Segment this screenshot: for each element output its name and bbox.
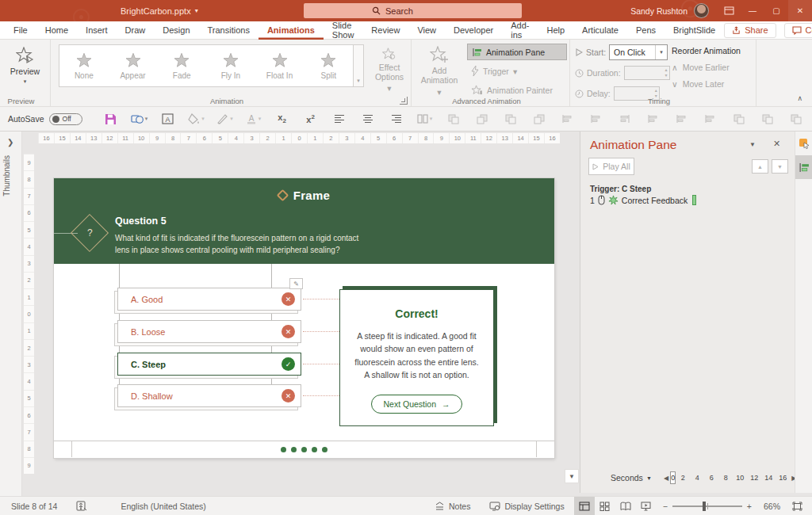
- slide-canvas[interactable]: Frame Question 5 What kind of fit is ind…: [54, 178, 554, 458]
- slide-header-shape[interactable]: Frame Question 5 What kind of fit is ind…: [54, 178, 554, 264]
- accessibility-checker-icon[interactable]: [67, 497, 97, 515]
- question-title[interactable]: Question 5: [115, 216, 167, 227]
- ribbon-display-options-icon[interactable]: [717, 0, 741, 21]
- move-earlier-button[interactable]: ∧Move Earlier: [672, 63, 741, 72]
- autosave-toggle[interactable]: AutoSave Off: [8, 113, 82, 125]
- scroll-left-icon[interactable]: ◀: [662, 475, 670, 482]
- normal-view-button[interactable]: [574, 497, 595, 515]
- tab-help[interactable]: Help: [538, 21, 573, 40]
- bring-to-front-icon[interactable]: [496, 109, 525, 128]
- swap-icon[interactable]: [753, 109, 782, 128]
- zoom-out-button[interactable]: −: [663, 502, 668, 511]
- feedback-panel[interactable]: Correct! A steep fit is indicated. A goo…: [339, 289, 494, 426]
- tab-developer[interactable]: Developer: [445, 21, 502, 40]
- expand-thumbnails-icon[interactable]: ❯: [7, 138, 13, 147]
- font-color-icon[interactable]: A▾: [239, 109, 268, 128]
- align-bottom-icon[interactable]: [696, 109, 725, 128]
- align-objects-center-icon[interactable]: [582, 109, 611, 128]
- minimize-button[interactable]: —: [741, 0, 764, 21]
- align-right-icon[interactable]: [382, 109, 411, 128]
- effect-fade[interactable]: Fade: [157, 45, 206, 86]
- effect-split[interactable]: Split: [304, 45, 353, 86]
- vertical-ruler[interactable]: 9876543210123456789: [24, 154, 34, 474]
- maximize-button[interactable]: ▢: [764, 0, 788, 21]
- slideshow-view-button[interactable]: [636, 497, 657, 515]
- align-middle-icon[interactable]: [668, 109, 696, 128]
- align-objects-left-icon[interactable]: [553, 109, 582, 128]
- pane-options-icon[interactable]: ▼: [749, 141, 756, 148]
- timeline-bar-icon[interactable]: [692, 195, 696, 205]
- dialog-launcher-icon[interactable]: [400, 97, 408, 105]
- effect-float-in[interactable]: Float In: [255, 45, 304, 86]
- zoom-slider[interactable]: [672, 505, 742, 507]
- design-ideas-icon[interactable]: [795, 132, 812, 155]
- subscript-icon[interactable]: x2: [268, 109, 297, 128]
- question-mark-diamond[interactable]: ?: [71, 214, 109, 252]
- next-question-button[interactable]: Next Question →: [371, 395, 462, 414]
- align-left-icon[interactable]: [325, 109, 354, 128]
- next-slide-scroll-button[interactable]: ▼: [565, 469, 579, 483]
- close-pane-icon[interactable]: ✕: [773, 139, 780, 149]
- zoom-level[interactable]: 66%: [756, 502, 780, 511]
- shape-fill-icon[interactable]: ▾: [182, 109, 211, 128]
- timeline-scale[interactable]: ◀ 0 246810121416 ▶: [662, 471, 795, 484]
- send-to-back-icon[interactable]: [525, 109, 553, 128]
- tab-brightslide[interactable]: BrightSlide: [665, 21, 724, 40]
- tab-add-ins[interactable]: Add-ins: [502, 21, 538, 40]
- thumbnails-label[interactable]: Thumbnails: [2, 155, 11, 196]
- tab-animations[interactable]: Animations: [259, 21, 324, 40]
- comments-button[interactable]: Comments: [784, 23, 812, 38]
- tab-insert[interactable]: Insert: [77, 21, 117, 40]
- group-objects-icon[interactable]: [782, 109, 810, 128]
- gallery-scroll-button[interactable]: ▾: [354, 44, 364, 87]
- slide-sorter-view-button[interactable]: [595, 497, 615, 515]
- save-icon[interactable]: [97, 109, 125, 128]
- effect-fly-in[interactable]: Fly In: [206, 45, 255, 86]
- tab-review[interactable]: Review: [362, 21, 408, 40]
- close-button[interactable]: ✕: [788, 0, 812, 21]
- tab-pens[interactable]: Pens: [627, 21, 665, 40]
- animation-pane-tab-icon[interactable]: [795, 155, 812, 179]
- superscript-icon[interactable]: x2: [297, 109, 325, 128]
- columns-icon[interactable]: ▾: [411, 109, 439, 128]
- trigger-button[interactable]: Trigger ▾: [467, 63, 567, 79]
- fit-to-window-button[interactable]: [787, 497, 807, 515]
- reading-view-button[interactable]: [615, 497, 636, 515]
- animation-item[interactable]: 1 Correct Feedback: [590, 195, 696, 205]
- collapse-ribbon-button[interactable]: ∧: [797, 94, 802, 102]
- align-center-icon[interactable]: [354, 109, 382, 128]
- notes-button[interactable]: Notes: [425, 497, 480, 515]
- horizontal-ruler[interactable]: 1615141312111098765432101234567891011121…: [38, 133, 560, 143]
- tab-slide-show[interactable]: Slide Show: [324, 21, 363, 40]
- document-title[interactable]: BrightCarbon.pptx ▾: [121, 0, 198, 21]
- seconds-dropdown[interactable]: Seconds ▼: [611, 473, 652, 483]
- align-objects-right-icon[interactable]: [611, 109, 639, 128]
- tab-design[interactable]: Design: [154, 21, 198, 40]
- animation-painter-button[interactable]: Animation Painter: [467, 82, 567, 98]
- effect-none[interactable]: None: [59, 45, 109, 86]
- answer-option-d[interactable]: D. Shallow ✕: [117, 384, 301, 407]
- play-all-button[interactable]: Play All: [588, 158, 634, 175]
- add-animation-button[interactable]: Add Animation ▾: [416, 44, 462, 97]
- move-down-button[interactable]: ▼: [772, 159, 788, 174]
- start-dropdown[interactable]: On Click ▾: [609, 44, 668, 60]
- search-input[interactable]: Search: [304, 3, 522, 18]
- zoom-in-button[interactable]: +: [747, 502, 752, 511]
- display-settings-button[interactable]: Display Settings: [480, 497, 573, 515]
- animation-pane-button[interactable]: Animation Pane: [467, 44, 567, 60]
- preview-button[interactable]: Preview ▾: [4, 44, 47, 85]
- question-text[interactable]: What kind of fit is indicated if the flu…: [115, 232, 369, 256]
- avatar[interactable]: [694, 3, 709, 18]
- answer-option-c[interactable]: C. Steep ✓: [117, 353, 301, 376]
- shape-outline-icon[interactable]: ▾: [211, 109, 239, 128]
- tab-transitions[interactable]: Transitions: [199, 21, 259, 40]
- move-later-button[interactable]: ∨Move Later: [672, 79, 741, 89]
- zoom-slider-thumb[interactable]: [703, 502, 706, 511]
- tab-draw[interactable]: Draw: [117, 21, 155, 40]
- language-indicator[interactable]: English (United States): [97, 497, 215, 515]
- duration-spinner[interactable]: ▴▾: [624, 66, 670, 80]
- tab-home[interactable]: Home: [36, 21, 77, 40]
- distribute-horizontal-icon[interactable]: [725, 109, 753, 128]
- bring-forward-icon[interactable]: [439, 109, 468, 128]
- pencil-icon[interactable]: ✎: [289, 278, 303, 289]
